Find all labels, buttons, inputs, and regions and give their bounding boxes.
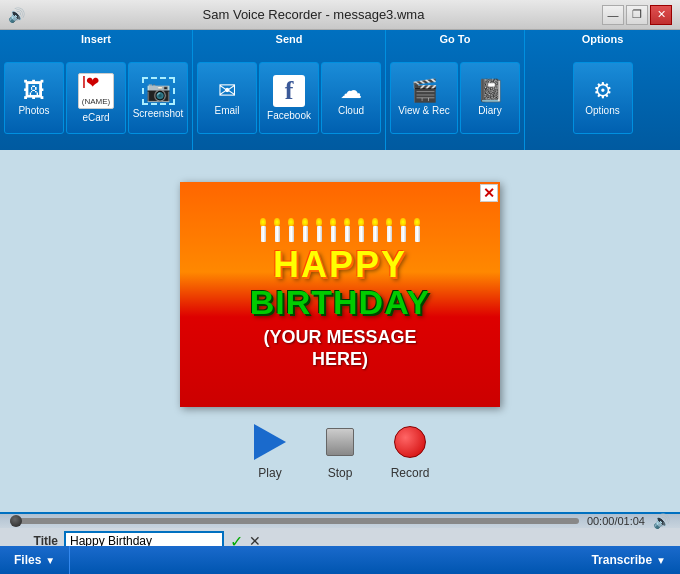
stop-label: Stop: [328, 466, 353, 480]
cloud-icon: ☁: [340, 80, 362, 102]
playback-controls: Play Stop Record: [250, 422, 430, 480]
files-tab[interactable]: Files ▼: [0, 546, 70, 574]
goto-section-label: Go To: [386, 30, 524, 47]
window-title: Sam Voice Recorder - message3.wma: [25, 7, 602, 22]
candle: [358, 218, 364, 242]
toolbar: Insert 🖼 Photos I❤(NAME) eCard 📷 Screens…: [0, 30, 680, 150]
candle: [288, 218, 294, 242]
insert-buttons: 🖼 Photos I❤(NAME) eCard 📷 Screenshot: [0, 47, 192, 150]
send-section-label: Send: [193, 30, 385, 47]
speaker-icon: 🔊: [8, 7, 25, 23]
candle: [414, 218, 420, 242]
candle: [260, 218, 266, 242]
candle: [344, 218, 350, 242]
facebook-label: Facebook: [267, 110, 311, 121]
record-icon: [390, 422, 430, 462]
card-message-text: (YOUR MESSAGEHERE): [263, 327, 416, 370]
record-button[interactable]: Record: [390, 422, 430, 480]
photos-button[interactable]: 🖼 Photos: [4, 62, 64, 134]
happy-text: HAPPY: [273, 247, 407, 283]
toolbar-section-options: Options ⚙ Options: [525, 30, 680, 150]
ecard-icon: I❤(NAME): [78, 73, 114, 109]
screenshot-icon: 📷: [142, 77, 175, 105]
send-buttons: ✉ Email f Facebook ☁ Cloud: [193, 47, 385, 150]
candle: [316, 218, 322, 242]
candle: [330, 218, 336, 242]
progress-track[interactable]: [10, 518, 579, 524]
photos-label: Photos: [18, 105, 49, 116]
email-icon: ✉: [218, 80, 236, 102]
options-buttons: ⚙ Options: [525, 47, 680, 150]
volume-icon[interactable]: 🔊: [653, 513, 670, 529]
files-tab-label: Files: [14, 553, 41, 567]
play-button[interactable]: Play: [250, 422, 290, 480]
diary-icon: 📓: [477, 80, 504, 102]
window-controls: — ❐ ✕: [602, 5, 672, 25]
photos-icon: 🖼: [23, 80, 45, 102]
email-button[interactable]: ✉ Email: [197, 62, 257, 134]
time-display: 00:00/01:04: [587, 515, 645, 527]
email-label: Email: [214, 105, 239, 116]
minimize-button[interactable]: —: [602, 5, 624, 25]
close-card-button[interactable]: ✕: [480, 184, 498, 202]
birthday-card: HAPPY BIRTHDAY (YOUR MESSAGEHERE): [180, 182, 500, 407]
stop-icon: [320, 422, 360, 462]
toolbar-section-insert: Insert 🖼 Photos I❤(NAME) eCard 📷 Screens…: [0, 30, 193, 150]
viewrec-button[interactable]: 🎬 View & Rec: [390, 62, 458, 134]
play-label: Play: [258, 466, 281, 480]
candle: [400, 218, 406, 242]
viewrec-label: View & Rec: [398, 105, 450, 116]
transcribe-tab[interactable]: Transcribe ▼: [577, 546, 680, 574]
restore-button[interactable]: ❐: [626, 5, 648, 25]
record-label: Record: [391, 466, 430, 480]
files-tab-arrow: ▼: [45, 555, 55, 566]
progress-bar-container: 00:00/01:04 🔊: [0, 514, 680, 528]
progress-thumb[interactable]: [10, 515, 22, 527]
options-button[interactable]: ⚙ Options: [573, 62, 633, 134]
candles-top-row: [260, 218, 420, 242]
main-area: Gts...re HAPPY BIRTHDAY (YOUR MESSAGEHER…: [0, 150, 680, 512]
viewrec-icon: 🎬: [411, 80, 438, 102]
toolbar-section-send: Send ✉ Email f Facebook ☁ Cloud: [193, 30, 386, 150]
options-label: Options: [585, 105, 619, 116]
title-bar: 🔊 Sam Voice Recorder - message3.wma — ❐ …: [0, 0, 680, 30]
facebook-button[interactable]: f Facebook: [259, 62, 319, 134]
insert-section-label: Insert: [0, 30, 192, 47]
ecard-button[interactable]: I❤(NAME) eCard: [66, 62, 126, 134]
stop-button[interactable]: Stop: [320, 422, 360, 480]
play-icon: [250, 422, 290, 462]
facebook-icon: f: [273, 75, 305, 107]
screenshot-button[interactable]: 📷 Screenshot: [128, 62, 188, 134]
transcribe-tab-arrow: ▼: [656, 555, 666, 566]
toolbar-section-goto: Go To 🎬 View & Rec 📓 Diary: [386, 30, 525, 150]
card-container: HAPPY BIRTHDAY (YOUR MESSAGEHERE) ✕: [180, 182, 500, 407]
options-section-label: Options: [525, 30, 680, 47]
close-button[interactable]: ✕: [650, 5, 672, 25]
ecard-label: eCard: [82, 112, 109, 123]
goto-buttons: 🎬 View & Rec 📓 Diary: [386, 47, 524, 150]
screenshot-label: Screenshot: [133, 108, 184, 119]
diary-button[interactable]: 📓 Diary: [460, 62, 520, 134]
candle: [274, 218, 280, 242]
birthday-text: BIRTHDAY: [250, 285, 431, 319]
cloud-label: Cloud: [338, 105, 364, 116]
options-icon: ⚙: [593, 80, 613, 102]
diary-label: Diary: [478, 105, 501, 116]
cloud-button[interactable]: ☁ Cloud: [321, 62, 381, 134]
bottom-bar: Files ▼ Transcribe ▼: [0, 546, 680, 574]
candle: [386, 218, 392, 242]
transcribe-tab-label: Transcribe: [591, 553, 652, 567]
candle: [302, 218, 308, 242]
candle: [372, 218, 378, 242]
